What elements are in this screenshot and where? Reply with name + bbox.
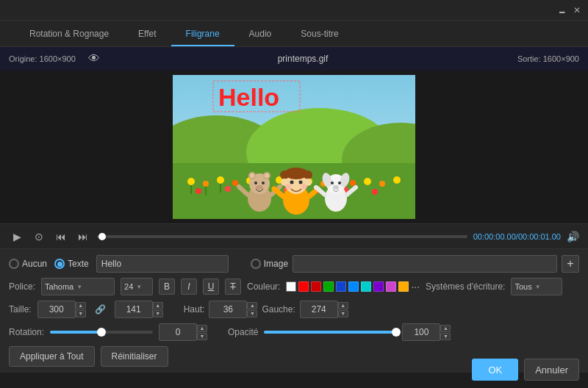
- svg-point-58: [331, 182, 334, 184]
- rotation-field[interactable]: [159, 323, 197, 341]
- radio-aucun-label: Aucun: [22, 259, 47, 269]
- haut-up[interactable]: ▲: [247, 302, 257, 309]
- cancel-button[interactable]: Annuler: [524, 359, 579, 381]
- rotation-label: Rotation:: [9, 327, 44, 337]
- swatch-pink[interactable]: [386, 281, 396, 292]
- taille-h-spinners: ▲ ▼: [153, 302, 163, 317]
- swatch-orange[interactable]: [398, 281, 409, 292]
- image-path-input[interactable]: [293, 255, 557, 273]
- prev-button[interactable]: ⏮: [53, 229, 69, 245]
- controls-panel: Aucun Texte Image + Police: Tahoma ▼ 24 …: [0, 248, 588, 373]
- svg-point-19: [393, 176, 401, 184]
- tab-filigrane[interactable]: Filigrane: [171, 23, 234, 46]
- progress-thumb[interactable]: [98, 233, 106, 240]
- gauche-input: ▲ ▼: [300, 301, 348, 318]
- svg-point-34: [250, 173, 254, 178]
- haut-down[interactable]: ▼: [247, 310, 257, 317]
- taille-w-down[interactable]: ▼: [76, 310, 86, 317]
- close-button[interactable]: ✕: [572, 5, 582, 15]
- rotation-input: ▲ ▼: [159, 323, 207, 341]
- volume-icon[interactable]: 🔊: [567, 231, 579, 242]
- tab-soustitre[interactable]: Sous-titre: [286, 23, 353, 46]
- radio-texte-circle[interactable]: [54, 259, 65, 269]
- gauche-down[interactable]: ▼: [338, 310, 348, 317]
- svg-point-26: [372, 189, 378, 195]
- taille-label: Taille:: [9, 304, 32, 315]
- tous-select[interactable]: Tous ▼: [511, 278, 562, 295]
- svg-point-59: [338, 182, 341, 184]
- underline-button[interactable]: U: [203, 279, 219, 295]
- swatch-purple[interactable]: [373, 281, 384, 292]
- opacite-up[interactable]: ▲: [440, 325, 451, 332]
- preview-eye-icon[interactable]: 👁: [88, 52, 100, 65]
- swatch-red2[interactable]: [311, 281, 321, 292]
- next-button[interactable]: ⏭: [75, 229, 91, 245]
- more-colors-button[interactable]: ···: [411, 281, 420, 292]
- svg-point-51: [302, 184, 307, 190]
- taille-w-spinners: ▲ ▼: [76, 302, 86, 317]
- tab-audio[interactable]: Audio: [234, 23, 287, 46]
- progress-bar[interactable]: [97, 235, 467, 238]
- taille-h-field[interactable]: [115, 301, 153, 318]
- text-input[interactable]: [96, 255, 229, 273]
- taille-h-down[interactable]: ▼: [153, 310, 163, 317]
- svg-point-8: [232, 180, 238, 186]
- strikethrough-button[interactable]: T: [225, 279, 241, 295]
- svg-point-48: [290, 181, 294, 184]
- link-icon[interactable]: 🔗: [95, 304, 106, 315]
- row-type-select: Aucun Texte Image +: [9, 255, 579, 273]
- time-display: 00:00:00.00/00:00:01.00: [473, 232, 561, 241]
- font-size-select[interactable]: 24 ▼: [121, 278, 153, 295]
- radio-aucun-circle[interactable]: [9, 259, 19, 269]
- stop-button[interactable]: ⊙: [31, 229, 47, 245]
- file-name: printemps.gif: [100, 54, 506, 64]
- radio-image[interactable]: Image: [251, 259, 288, 269]
- ok-button[interactable]: OK: [472, 359, 518, 381]
- svg-point-35: [265, 173, 269, 178]
- haut-field[interactable]: [209, 301, 247, 318]
- taille-h-up[interactable]: ▲: [153, 302, 163, 309]
- swatch-blue[interactable]: [348, 281, 359, 292]
- radio-image-label: Image: [264, 259, 288, 269]
- radio-image-circle[interactable]: [251, 259, 261, 269]
- opacite-thumb[interactable]: [392, 328, 401, 337]
- tab-effet[interactable]: Effet: [123, 23, 171, 46]
- svg-point-50: [286, 184, 291, 190]
- swatch-cyan[interactable]: [361, 281, 371, 292]
- tab-rotation[interactable]: Rotation & Rognage: [15, 23, 123, 46]
- svg-point-49: [299, 181, 303, 184]
- svg-point-18: [379, 181, 385, 187]
- haut-input: ▲ ▼: [209, 301, 257, 318]
- italic-button[interactable]: I: [181, 279, 197, 295]
- rotation-up[interactable]: ▲: [197, 325, 207, 332]
- taille-w-field[interactable]: [37, 301, 76, 318]
- opacite-spinners: ▲ ▼: [440, 325, 451, 340]
- reset-button[interactable]: Réinitialiser: [101, 346, 168, 367]
- apply-all-button[interactable]: Appliquer à Tout: [9, 346, 95, 367]
- swatch-darkblue[interactable]: [336, 281, 346, 292]
- rotation-slider[interactable]: [50, 331, 153, 334]
- font-select[interactable]: Tahoma ▼: [41, 278, 115, 295]
- police-label: Police:: [9, 281, 35, 292]
- bold-button[interactable]: B: [159, 279, 175, 295]
- svg-text:Hello: Hello: [218, 83, 279, 111]
- opacite-down[interactable]: ▼: [440, 333, 451, 340]
- taille-w-up[interactable]: ▲: [76, 302, 86, 309]
- opacite-field[interactable]: [402, 323, 440, 341]
- radio-texte[interactable]: Texte: [54, 259, 89, 269]
- add-image-button[interactable]: +: [562, 255, 579, 273]
- swatch-green[interactable]: [323, 281, 334, 292]
- play-button[interactable]: ▶: [9, 229, 25, 245]
- gauche-field[interactable]: [300, 301, 338, 318]
- opacite-slider[interactable]: [264, 331, 396, 334]
- swatch-red1[interactable]: [298, 281, 309, 292]
- gauche-up[interactable]: ▲: [338, 302, 348, 309]
- radio-aucun[interactable]: Aucun: [9, 259, 47, 269]
- bottom-bar: OK Annuler: [472, 359, 579, 381]
- rotation-down[interactable]: ▼: [197, 333, 207, 340]
- opacite-input: ▲ ▼: [402, 323, 451, 341]
- rotation-thumb[interactable]: [97, 328, 106, 337]
- minimize-button[interactable]: 🗕: [557, 5, 567, 15]
- output-info: Sortie: 1600×900: [506, 54, 579, 63]
- swatch-white[interactable]: [286, 281, 296, 292]
